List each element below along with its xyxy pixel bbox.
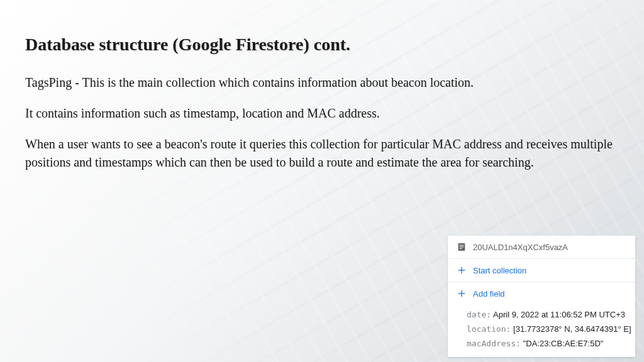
document-icon xyxy=(457,242,467,252)
field-value-date: April 9, 2022 at 11:06:52 PM UTC+3 xyxy=(491,310,625,319)
svg-rect-3 xyxy=(460,248,462,249)
slide-paragraph-1: TagsPing - This is the main collection w… xyxy=(25,74,616,92)
svg-rect-2 xyxy=(460,246,464,247)
document-id-row[interactable]: 20UALD1n4XqXCxf5vazA xyxy=(448,236,635,259)
firestore-document-panel: 20UALD1n4XqXCxf5vazA Start collection Ad… xyxy=(448,236,635,357)
add-field-button[interactable]: Add field xyxy=(448,282,635,305)
field-key-date: date: xyxy=(467,310,491,319)
svg-rect-1 xyxy=(460,245,464,246)
add-field-label: Add field xyxy=(473,289,505,299)
slide-paragraph-3: When a user wants to see a beacon's rout… xyxy=(25,135,616,172)
slide-title: Database structure (Google Firestore) co… xyxy=(25,35,619,55)
document-id: 20UALD1n4XqXCxf5vazA xyxy=(473,243,568,252)
slide-paragraph-2: It contains information such as timestam… xyxy=(25,104,616,123)
field-location[interactable]: location: [31.7732378° N, 34.6474391° E] xyxy=(467,322,635,336)
field-key-location: location: xyxy=(467,324,511,334)
document-fields: date: April 9, 2022 at 11:06:52 PM UTC+3… xyxy=(448,305,635,357)
field-value-macaddress: "DA:23:CB:AE:E7:5D" xyxy=(521,339,603,348)
field-key-macaddress: macAddress: xyxy=(467,339,521,348)
start-collection-label: Start collection xyxy=(473,266,526,275)
plus-icon xyxy=(457,265,467,275)
start-collection-button[interactable]: Start collection xyxy=(448,259,635,282)
field-value-location: [31.7732378° N, 34.6474391° E] xyxy=(511,324,631,334)
field-macaddress[interactable]: macAddress: "DA:23:CB:AE:E7:5D" xyxy=(467,336,635,351)
field-date[interactable]: date: April 9, 2022 at 11:06:52 PM UTC+3 xyxy=(467,307,635,322)
plus-icon xyxy=(457,288,467,299)
